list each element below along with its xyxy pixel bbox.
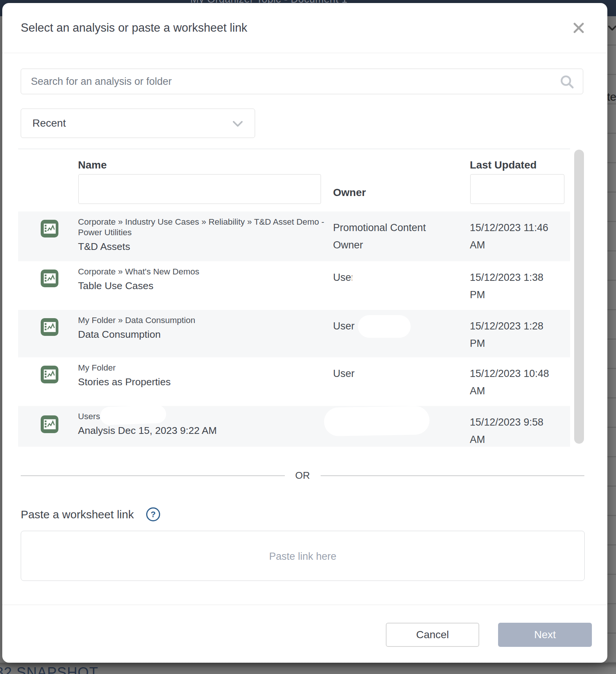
column-header-last-updated: Last Updated [470, 159, 537, 171]
row-owner: Promotional Content Owner [333, 219, 446, 254]
analysis-file-icon [41, 415, 58, 433]
background-truncated-text: te [607, 90, 616, 103]
analysis-row[interactable]: Corporate » Industry Use Cases » Reliabi… [18, 211, 570, 261]
recent-filter-dropdown[interactable]: Recent [21, 109, 255, 138]
row-last-updated: 15/12/2023 11:46 AM [470, 219, 558, 254]
background-right-strip: te [607, 16, 616, 663]
analysis-file-icon [41, 270, 58, 287]
row-last-updated: 15/12/2023 9:58 AM [470, 414, 558, 448]
or-divider: OR [21, 470, 584, 481]
row-last-updated: 15/12/2023 10:48 AM [470, 365, 558, 400]
analysis-row[interactable]: Users Analysis Dec 15, 2023 9:22 AM 15/1… [18, 406, 570, 447]
chevron-down-icon [233, 121, 243, 127]
header-divider [2, 53, 607, 53]
divider-line [321, 475, 585, 476]
column-header-owner: Owner [333, 187, 366, 199]
help-glyph: ? [151, 510, 156, 519]
analysis-row[interactable]: My Folder » Data Consumption Data Consum… [18, 310, 570, 357]
search-input[interactable] [21, 69, 583, 94]
row-analysis-name: T&D Assets [78, 240, 328, 253]
redaction-blob [324, 406, 430, 437]
paste-worksheet-link-label: Paste a worksheet link [21, 508, 134, 521]
redaction-blob [352, 267, 403, 289]
paste-link-input[interactable] [21, 531, 585, 581]
table-top-border [18, 149, 570, 149]
analysis-row[interactable]: My Folder Stories as Properties User 15/… [18, 357, 570, 406]
redaction-blob [100, 405, 167, 425]
dropdown-selected-value: Recent [32, 117, 66, 129]
row-breadcrumb: My Folder [78, 363, 328, 373]
select-analysis-dialog: Select an analysis or paste a worksheet … [2, 3, 607, 663]
row-owner: User [333, 365, 446, 382]
row-breadcrumb: Corporate » Industry Use Cases » Reliabi… [78, 217, 328, 238]
search-icon [560, 75, 575, 90]
column-header-name: Name [78, 159, 107, 171]
row-analysis-name: Data Consumption [78, 328, 328, 341]
analysis-file-icon [41, 318, 58, 336]
scrollbar-thumb[interactable] [574, 150, 584, 444]
analysis-row[interactable]: Corporate » What's New Demos Table Use C… [18, 261, 570, 310]
or-label: OR [295, 470, 310, 481]
help-icon[interactable]: ? [146, 507, 160, 521]
row-last-updated: 15/12/2023 1:38 PM [470, 269, 558, 303]
chevron-down-icon [608, 26, 616, 31]
last-updated-filter-input[interactable] [470, 174, 564, 204]
background-bottom-strip: 32 SNAPSHOT [0, 663, 616, 674]
cancel-button[interactable]: Cancel [386, 623, 479, 647]
next-button[interactable]: Next [498, 623, 592, 647]
footer-divider [2, 605, 607, 605]
row-breadcrumb: My Folder » Data Consumption [78, 315, 328, 326]
row-analysis-name: Analysis Dec 15, 2023 9:22 AM [78, 424, 328, 437]
row-last-updated: 15/12/2023 1:28 PM [470, 317, 558, 352]
name-filter-input[interactable] [78, 174, 321, 204]
redaction-blob [358, 315, 411, 338]
divider-line [21, 475, 285, 476]
background-snapshot-label: 32 SNAPSHOT [0, 665, 98, 674]
row-analysis-name: Stories as Properties [78, 375, 328, 388]
analysis-file-icon [41, 366, 58, 383]
row-analysis-name: Table Use Cases [78, 279, 328, 292]
analysis-file-icon [41, 220, 58, 237]
dialog-title: Select an analysis or paste a worksheet … [21, 22, 247, 34]
row-breadcrumb: Corporate » What's New Demos [78, 267, 328, 277]
close-icon[interactable] [570, 20, 587, 36]
